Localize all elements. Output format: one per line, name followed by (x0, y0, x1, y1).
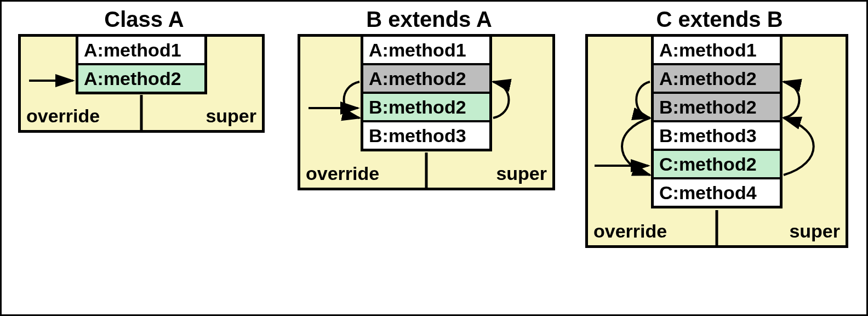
class-box: A:method1 A:method2 B:method2 B:method3 … (298, 34, 555, 190)
override-label: override (300, 159, 426, 188)
panel-title: B extends A (298, 7, 561, 32)
method-table: A:method1 A:method2 (76, 34, 207, 94)
class-box: A:method1 A:method2 B:method2 B:method3 … (585, 34, 848, 248)
method-table: A:method1 A:method2 B:method2 B:method3 … (651, 34, 783, 208)
method-row: B:method3 (363, 122, 489, 149)
super-label: super (141, 101, 262, 130)
method-row: B:method2 (363, 94, 489, 122)
method-row: A:method2 (654, 65, 780, 94)
panel-title: C extends B (585, 7, 854, 32)
method-table: A:method1 A:method2 B:method2 B:method3 (361, 34, 492, 151)
labels-row: override super (588, 217, 846, 245)
panel-class-b: B extends A A:method1 A:method2 B:method… (298, 7, 561, 190)
panel-class-a: Class A A:method1 A:method2 override sup… (18, 7, 270, 133)
method-row: B:method2 (654, 94, 780, 122)
method-row: C:method4 (654, 179, 780, 206)
method-row: A:method1 (363, 37, 489, 65)
method-row: A:method1 (654, 37, 780, 65)
panel-class-c: C extends B A:method1 A:method2 B:method… (585, 7, 854, 248)
super-label: super (717, 217, 846, 245)
super-label: super (426, 159, 552, 188)
labels-row: override super (300, 159, 552, 188)
labels-row: override super (21, 101, 262, 130)
class-box: A:method1 A:method2 override super (18, 34, 265, 133)
method-row: B:method3 (654, 122, 780, 151)
method-row: A:method2 (78, 65, 204, 92)
method-row: A:method1 (78, 37, 204, 65)
override-label: override (21, 101, 141, 130)
method-row: C:method2 (654, 151, 780, 179)
method-row: A:method2 (363, 65, 489, 94)
override-label: override (588, 217, 717, 245)
panel-title: Class A (18, 7, 270, 32)
